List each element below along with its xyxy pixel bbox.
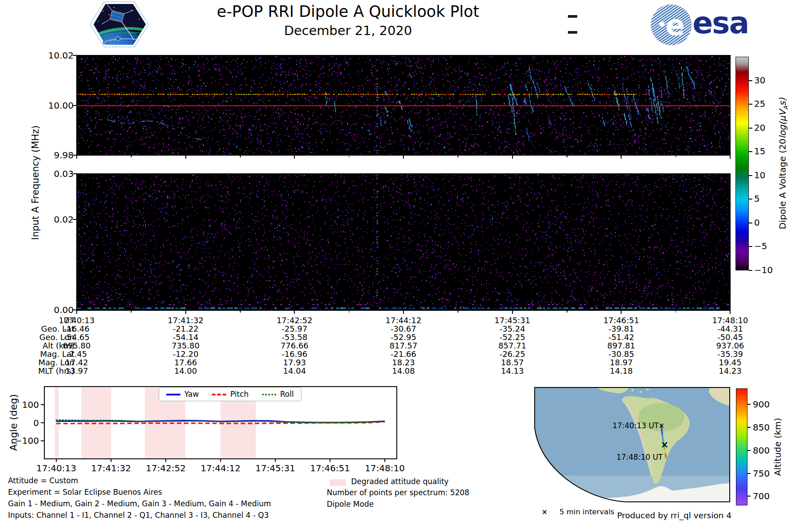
voltage-colorbar-label: Dipole A Voltage (20log(μVAs) (777, 98, 789, 230)
y-tick-mark (73, 219, 76, 220)
altitude-colorbar-label: Altitude (km) (772, 418, 783, 476)
produced-by-credit: Produced by rri_ql version 4 (567, 511, 732, 520)
table-cell: 17:45:31 (473, 316, 552, 325)
attitude-x-tick-label: 17:45:31 (255, 463, 295, 473)
table-cell: 14.23 (690, 366, 770, 376)
dipole-mode-note: Dipole Mode (327, 500, 374, 509)
colorbar-tick-label: −10 (754, 265, 773, 275)
interval-cross-marker: × (659, 422, 665, 430)
altitude-colorbar-tick-label: 700 (753, 491, 770, 501)
colorbar-tick-label: −5 (754, 241, 767, 251)
x-minor-tick-mark (676, 311, 677, 313)
colorbar-tick-mark (749, 175, 752, 176)
spectrogram-panel-lower (76, 173, 731, 311)
altitude-colorbar (736, 388, 747, 505)
table-cell: 17:48:10 (690, 316, 770, 325)
colorbar-tick-mark (749, 80, 752, 81)
degraded-quality-label: Degraded attitude quality (351, 477, 449, 486)
table-cell: 817.57 (364, 341, 443, 350)
table-cell: 937.06 (690, 341, 770, 350)
track-segment (665, 454, 666, 458)
y-tick-label-upper: 10.00 (38, 100, 74, 111)
page-title: e-POP RRI Dipole A Quicklook Plot (84, 3, 612, 20)
table-cell: 18.57 (473, 358, 552, 367)
attitude-y-tick-label: 100 (22, 399, 39, 410)
page-subtitle: December 21, 2020 (84, 23, 612, 38)
table-cell: -52.25 (473, 332, 552, 342)
legend-line-sample (262, 394, 276, 395)
x-tick-mark (294, 311, 295, 314)
table-cell: -16.96 (254, 349, 334, 359)
table-cell: 776.66 (254, 341, 334, 350)
y-tick-label-lower: 0.03 (38, 168, 74, 179)
attitude-x-tick-label: 17:41:32 (91, 463, 131, 473)
experiment-note: Experiment = Solar Eclipse Buenos Aires (8, 488, 162, 497)
table-cell: 17:42:52 (254, 316, 334, 325)
table-cell: -53.58 (254, 332, 334, 342)
legend-label: Yaw (184, 390, 199, 399)
esa-e-glyph: e (665, 9, 685, 42)
y-tick-mark (73, 155, 76, 156)
attitude-y-tick-label: 0 (33, 418, 39, 428)
legend-label: Roll (280, 390, 294, 399)
x-tick-mark (294, 156, 295, 159)
table-cell: 14.04 (254, 366, 334, 376)
spectrogram-panel-upper (76, 55, 731, 156)
y-tick-mark (73, 55, 76, 56)
colorbar-tick-label: 0 (754, 217, 760, 228)
x-minor-tick-mark (131, 311, 132, 313)
x-tick-mark (730, 311, 731, 314)
table-cell: -7.45 (37, 349, 117, 359)
x-tick-mark (512, 311, 513, 314)
x-minor-tick-mark (458, 156, 458, 157)
legend-item-pitch: Pitch (212, 390, 248, 399)
y-tick-label-lower: 0.00 (38, 305, 74, 315)
table-cell: 735.80 (146, 341, 226, 350)
legend-line-sample (212, 394, 226, 395)
altitude-colorbar-tick-label: 850 (753, 422, 770, 433)
attitude-x-tick-label: 17:48:10 (365, 463, 405, 473)
colorbar-tick-mark (749, 128, 752, 129)
inputs-note: Inputs: Channel 1 - I1, Channel 2 - Q1, … (8, 511, 269, 520)
degraded-attitude-band (55, 387, 59, 458)
x-tick-mark (185, 311, 186, 314)
attitude-legend: YawPitchRoll (159, 387, 301, 401)
cassiope-label: CASSIOPE (102, 40, 133, 45)
table-cell: 17:44:12 (364, 316, 443, 325)
table-cell: -16.46 (37, 324, 117, 333)
table-cell: -30.85 (581, 349, 661, 359)
x-minor-tick-mark (349, 311, 350, 313)
table-cell: 18.97 (581, 358, 661, 367)
x-tick-mark (730, 156, 731, 159)
altitude-colorbar-tick-mark (747, 404, 751, 405)
table-cell: 17.93 (254, 358, 334, 367)
colorbar-tick-mark (749, 223, 752, 223)
degraded-quality-swatch (330, 479, 346, 486)
attitude-x-tick-label: 17:42:52 (146, 463, 186, 473)
x-minor-tick-mark (131, 156, 132, 157)
table-cell: 13.97 (37, 366, 117, 376)
x-minor-tick-mark (567, 311, 567, 313)
table-cell: -44.31 (690, 324, 770, 333)
cb-label-sub: A (782, 106, 789, 110)
table-cell: -51.42 (581, 332, 661, 342)
x-tick-mark (76, 156, 77, 159)
table-cell: 857.71 (473, 341, 552, 350)
colorbar-tick-label: 20 (754, 122, 765, 133)
cb-label-p1: Dipole A Voltage (20 (777, 139, 788, 230)
colorbar-tick-mark (749, 270, 752, 271)
spectrogram-upper-canvas (77, 56, 730, 155)
table-cell: -30.67 (364, 324, 443, 333)
y-tick-mark (73, 105, 76, 106)
table-cell: 17.66 (146, 358, 226, 367)
table-cell: 17:40:13 (37, 316, 117, 325)
table-cell: -26.25 (473, 349, 552, 359)
table-cell: -39.81 (581, 324, 661, 333)
altitude-colorbar-tick-mark (747, 473, 751, 474)
colorbar-tick-label: 15 (754, 146, 765, 156)
legend-item-yaw: Yaw (166, 390, 199, 399)
track-start-label: 17:40:13 UT (612, 421, 659, 430)
points-per-spectrum-note: Number of points per spectrum: 5208 (327, 488, 469, 497)
esa-wordmark: esa (692, 5, 748, 40)
x-minor-tick-mark (567, 156, 567, 157)
